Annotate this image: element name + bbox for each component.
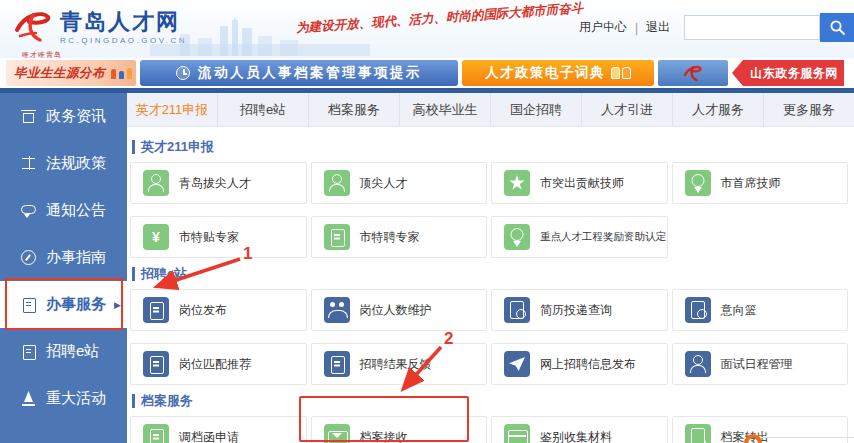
- card-label: 网上招聘信息发布: [540, 356, 636, 373]
- section-title-bar: [132, 140, 135, 154]
- tab-talent-introduction[interactable]: 人才引进: [581, 93, 672, 126]
- archive-box-icon: [504, 424, 530, 443]
- banner-logo-strip: [658, 60, 728, 86]
- doc-export-icon: [685, 424, 711, 443]
- card-job-match-recommend[interactable]: 岗位匹配推荐: [130, 343, 307, 385]
- card-label: 岗位人数维护: [360, 302, 432, 319]
- card-label: 市特聘专家: [360, 229, 420, 246]
- transfer-doc-icon: [143, 424, 169, 443]
- card-intention-basket[interactable]: 意向篮: [672, 289, 849, 331]
- card-resume-delivery-query[interactable]: 简历投递查询: [491, 289, 668, 331]
- tab-yingcai-211[interactable]: 英才211申报: [127, 93, 217, 126]
- logout-link[interactable]: 退出: [646, 19, 670, 36]
- card-label: 档案接收: [360, 429, 408, 443]
- tab-archive-services[interactable]: 档案服务: [308, 93, 399, 126]
- card-job-publish[interactable]: 岗位发布: [130, 289, 307, 331]
- card-label: 岗位匹配推荐: [179, 356, 251, 373]
- link-divider: |: [635, 21, 638, 35]
- annotation-step-1: 1: [243, 244, 252, 264]
- site-header: 唯才唯青岛 青岛人才网 RC.QINGDAO.GOV.CN 为建设开放、现代、活…: [0, 0, 854, 58]
- tab-recruit-estation[interactable]: 招聘e站: [217, 93, 308, 126]
- building-icon: [20, 108, 37, 125]
- card-key-talent-award[interactable]: 重点人才工程奖励资助认定: [491, 216, 668, 258]
- section-title-recruit-estation: 招聘e站: [132, 265, 848, 283]
- card-label: 简历投递查询: [540, 302, 612, 319]
- archive-notice-label: 流动人员人事档案管理事项提示: [198, 64, 422, 82]
- card-interview-schedule[interactable]: 面试日程管理: [672, 343, 849, 385]
- person-icon: [324, 170, 350, 196]
- small-red-logo-icon: [682, 63, 704, 83]
- card-online-recruit-info-publish[interactable]: 网上招聘信息发布: [491, 343, 668, 385]
- section-grid-yingcai211: 青岛拔尖人才 顶尖人才 市突出贡献技师 市首席技师 市特贴专家 市特聘专家: [130, 162, 848, 258]
- section-grid-archive-services: 调档函申请 档案接收 鉴别收集材料 档案转出: [130, 416, 848, 443]
- card-label: 调档函申请: [179, 429, 239, 443]
- tab-more-services[interactable]: 更多服务: [763, 93, 854, 126]
- award-person-icon: [504, 224, 530, 250]
- graduates-banner[interactable]: 毕业生生源分布: [6, 60, 136, 86]
- card-recruit-result-feedback[interactable]: 招聘结果反馈: [311, 343, 488, 385]
- match-doc-icon: [143, 351, 169, 377]
- user-center-link[interactable]: 用户中心: [579, 19, 627, 36]
- card-transfer-letter-apply[interactable]: 调档函申请: [130, 416, 307, 443]
- sidebar-item-label: 办事服务: [46, 295, 106, 314]
- sidebar-item-service-guide[interactable]: 办事指南: [0, 234, 127, 281]
- card-chief-technician[interactable]: 市首席技师: [672, 162, 849, 204]
- search-icon: [829, 19, 846, 36]
- sidebar-item-label: 招聘e站: [46, 342, 99, 361]
- tab-soe-recruit[interactable]: 国企招聘: [490, 93, 581, 126]
- sidebar-item-services[interactable]: 办事服务 ▶: [0, 281, 127, 328]
- card-qingdao-top-talent[interactable]: 青岛拔尖人才: [130, 162, 307, 204]
- section-title-archive-services: 档案服务: [132, 392, 848, 410]
- card-top-talent[interactable]: 顶尖人才: [311, 162, 488, 204]
- banner-row: 毕业生生源分布 流动人员人事档案管理事项提示 人才政策电子词典 山东政务服务网: [0, 58, 854, 88]
- certificate-doc-icon: [324, 224, 350, 250]
- card-label: 面试日程管理: [721, 356, 793, 373]
- card-identify-collect-material[interactable]: 鉴别收集材料: [491, 416, 668, 443]
- card-job-headcount[interactable]: 岗位人数维护: [311, 289, 488, 331]
- resume-search-icon: [685, 297, 711, 323]
- card-label: 重点人才工程奖励资助认定: [540, 230, 666, 244]
- card-label: 岗位发布: [179, 302, 227, 319]
- archive-notice-banner[interactable]: 流动人员人事档案管理事项提示: [140, 60, 458, 86]
- trophy-icon: [504, 170, 530, 196]
- tab-graduates[interactable]: 高校毕业生: [399, 93, 490, 126]
- section-grid-recruit-estation: 岗位发布 岗位人数维护 简历投递查询 意向篮 岗位匹配推荐 招聘结果反馈: [130, 289, 848, 385]
- search-button[interactable]: [820, 13, 854, 42]
- policy-dictionary-banner[interactable]: 人才政策电子词典: [462, 60, 654, 86]
- sidebar-item-notices[interactable]: 通知公告: [0, 187, 127, 234]
- graduates-banner-label: 毕业生生源分布: [14, 65, 105, 82]
- card-label: 市突出贡献技师: [540, 175, 624, 192]
- section-title-yingcai211: 英才211申报: [132, 138, 848, 156]
- sidebar-item-label: 重大活动: [46, 389, 106, 408]
- sidebar-item-label: 通知公告: [46, 201, 106, 220]
- sidebar-item-recruit-estation[interactable]: 招聘e站: [0, 328, 127, 375]
- person-icon: [143, 170, 169, 196]
- tab-talent-services[interactable]: 人才服务: [672, 93, 763, 126]
- card-label: 市首席技师: [721, 175, 781, 192]
- chat-bubble-icon: [20, 202, 37, 219]
- search-input[interactable]: [684, 15, 820, 40]
- graduates-figures-icon: [111, 68, 132, 79]
- sidebar-item-gov-news[interactable]: 政务资讯: [0, 93, 127, 140]
- annotation-step-2: 2: [444, 329, 453, 349]
- people-icon: [324, 297, 350, 323]
- card-archive-receive[interactable]: 档案接收: [311, 416, 488, 443]
- sidebar-item-label: 政务资讯: [46, 107, 106, 126]
- card-label: 招聘结果反馈: [360, 356, 432, 373]
- shandong-gov-banner[interactable]: 山东政务服务网: [732, 60, 844, 86]
- publish-doc-icon: [143, 297, 169, 323]
- card-label: 意向篮: [721, 302, 757, 319]
- feedback-doc-icon: [324, 351, 350, 377]
- header-slogan: 为建设开放、现代、活力、时尚的国际大都市而奋斗: [296, 0, 584, 37]
- section-title-bar: [132, 394, 135, 408]
- card-specially-hired-expert[interactable]: 市特聘专家: [311, 216, 488, 258]
- sidebar-item-regulations[interactable]: 法规政策: [0, 140, 127, 187]
- card-label: 青岛拔尖人才: [179, 175, 251, 192]
- service-doc-icon: [20, 296, 37, 313]
- sidebar-item-major-events[interactable]: 重大活动: [0, 375, 127, 422]
- section-title-bar: [132, 267, 135, 281]
- card-label: 鉴别收集材料: [540, 429, 612, 443]
- card-special-allowance-expert[interactable]: 市特贴专家: [130, 216, 307, 258]
- floating-widget-edge: [756, 437, 854, 438]
- card-outstanding-technician[interactable]: 市突出贡献技师: [491, 162, 668, 204]
